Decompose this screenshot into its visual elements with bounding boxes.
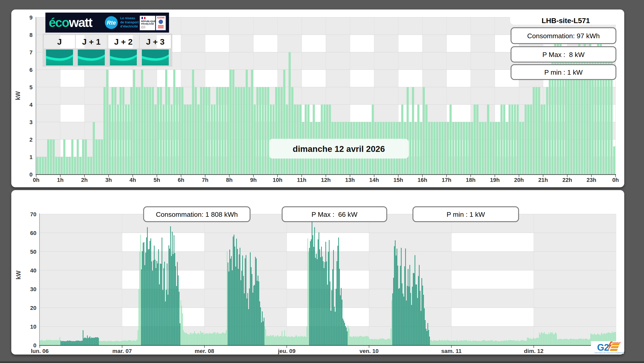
svg-text:30: 30	[30, 286, 36, 292]
svg-text:Optimisation des ressources én: Optimisation des ressources énergétiques	[595, 352, 623, 354]
svg-text:Rte: Rte	[107, 19, 116, 26]
svg-text:dimanche 12 avril 2026: dimanche 12 avril 2026	[293, 144, 385, 154]
svg-text:50: 50	[30, 249, 36, 255]
svg-text:ven. 10: ven. 10	[360, 348, 379, 354]
svg-text:RÉPUBLIQUE: RÉPUBLIQUE	[141, 20, 156, 23]
svg-text:2: 2	[29, 136, 33, 143]
svg-text:21h: 21h	[538, 177, 548, 183]
svg-text:8: 8	[29, 32, 33, 38]
svg-text:20h: 20h	[514, 177, 524, 183]
svg-text:0: 0	[33, 342, 36, 349]
svg-text:FRANCE: FRANCE	[612, 341, 621, 344]
svg-text:P Max : 66 kW: P Max : 66 kW	[311, 211, 357, 218]
svg-text:5h: 5h	[154, 177, 160, 183]
svg-text:2h: 2h	[81, 177, 88, 183]
svg-text:22h: 22h	[562, 177, 572, 183]
svg-text:7: 7	[29, 49, 33, 56]
svg-text:10: 10	[30, 323, 36, 330]
svg-text:14h: 14h	[369, 177, 379, 183]
svg-text:16h: 16h	[418, 177, 427, 183]
svg-text:Consommation: 1 808 kWh: Consommation: 1 808 kWh	[156, 211, 238, 218]
svg-text:Consommation: 97 kWh: Consommation: 97 kWh	[527, 32, 600, 40]
svg-text:4: 4	[29, 102, 33, 108]
svg-text:0h: 0h	[33, 177, 39, 183]
svg-text:18h: 18h	[466, 177, 475, 183]
svg-text:13h: 13h	[345, 177, 355, 183]
svg-text:20: 20	[30, 305, 36, 311]
svg-text:Égalité: Égalité	[141, 27, 145, 28]
svg-text:9h: 9h	[250, 177, 257, 183]
svg-text:7h: 7h	[202, 177, 209, 183]
svg-text:ADEME: ADEME	[157, 16, 165, 19]
svg-text:sam. 11: sam. 11	[441, 348, 462, 354]
svg-text:11h: 11h	[297, 177, 306, 183]
svg-text:10h: 10h	[273, 177, 282, 183]
svg-text:Le réseau: Le réseau	[120, 16, 135, 20]
svg-text:mer. 08: mer. 08	[195, 348, 214, 354]
svg-text:23h: 23h	[587, 177, 596, 183]
svg-text:d’électricité: d’électricité	[120, 25, 138, 28]
svg-text:jeu. 09: jeu. 09	[278, 348, 295, 354]
svg-text:P min : 1 kW: P min : 1 kW	[447, 211, 485, 218]
svg-text:J + 2: J + 2	[114, 37, 133, 46]
svg-text:17h: 17h	[442, 177, 451, 183]
svg-text:12h: 12h	[321, 177, 331, 183]
svg-text:J: J	[57, 37, 62, 46]
svg-text:kW: kW	[15, 91, 21, 100]
svg-text:8h: 8h	[226, 177, 233, 183]
svg-text:19h: 19h	[490, 177, 500, 183]
svg-text:1h: 1h	[57, 177, 64, 183]
svg-text:40: 40	[30, 267, 36, 274]
svg-text:6h: 6h	[178, 177, 184, 183]
svg-text:4h: 4h	[130, 177, 136, 183]
svg-text:dim. 12: dim. 12	[524, 348, 543, 354]
svg-text:J + 3: J + 3	[146, 37, 164, 46]
svg-text:3: 3	[29, 119, 33, 125]
svg-text:1: 1	[29, 154, 33, 160]
svg-text:LHB-site-L571: LHB-site-L571	[542, 17, 590, 25]
svg-text:5: 5	[29, 84, 33, 91]
svg-text:kW: kW	[15, 270, 22, 279]
svg-text:70: 70	[30, 211, 36, 218]
svg-text:15h: 15h	[393, 177, 403, 183]
svg-text:9: 9	[29, 14, 33, 21]
svg-text:0: 0	[29, 171, 33, 178]
svg-text:P Max : 8 kW: P Max : 8 kW	[542, 51, 584, 58]
svg-text:de transport: de transport	[120, 21, 139, 24]
svg-text:60: 60	[30, 230, 36, 236]
svg-text:6: 6	[29, 67, 33, 73]
svg-text:lun. 06: lun. 06	[31, 348, 49, 354]
svg-text:J + 1: J + 1	[82, 37, 101, 46]
svg-text:3h: 3h	[105, 177, 112, 183]
svg-text:G2: G2	[597, 342, 609, 353]
svg-text:0h: 0h	[612, 177, 619, 183]
svg-text:écowatt: écowatt	[49, 15, 93, 30]
svg-text:mar. 07: mar. 07	[112, 348, 132, 354]
svg-text:FRANÇAISE: FRANÇAISE	[141, 23, 154, 25]
svg-text:P min : 1 kW: P min : 1 kW	[544, 68, 583, 76]
